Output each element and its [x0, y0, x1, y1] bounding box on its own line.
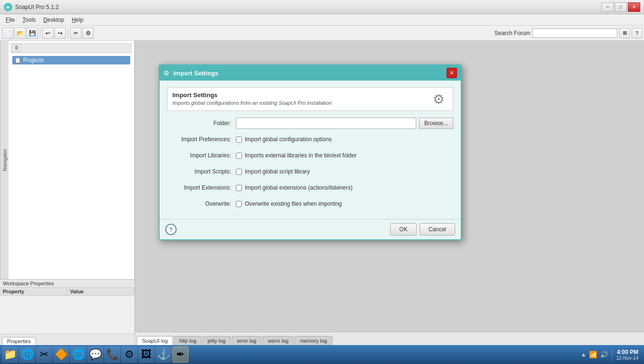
projects-icon: 📋	[14, 57, 21, 64]
clock-time: 4:00 PM	[616, 349, 638, 355]
projects-tree-item[interactable]: 📋 Projects	[12, 56, 130, 64]
taskbar-icon-chrome[interactable]: 🌐	[70, 346, 86, 363]
dialog-overlay: ⚙ Import Settings ✕ Import Settings Impo…	[135, 41, 644, 345]
taskbar-icon-8[interactable]: ✂	[36, 346, 52, 363]
footer-buttons: OK Cancel	[390, 223, 455, 236]
import-libs-checkbox[interactable]	[236, 153, 242, 159]
log-tab-memory[interactable]: memory log	[295, 336, 332, 345]
toolbar-open-btn[interactable]: 📂	[14, 27, 26, 39]
app-icon: ◈	[4, 3, 12, 11]
toolbar-sep-2	[68, 28, 68, 38]
dialog-close-button[interactable]: ✕	[447, 68, 457, 78]
toolbar: 📄 📂 💾 ↩ ↪ ✂ ⚙ Search Forum ⊞ ?	[0, 26, 644, 41]
import-prefs-text: Import global configuration options	[245, 136, 331, 143]
tray-vol[interactable]: 🔊	[600, 351, 608, 358]
taskbar-icon-anchor[interactable]: ⚓	[155, 346, 171, 363]
clock: 4:00 PM 12-Nov-14	[612, 349, 638, 361]
import-prefs-label: Import Preferences:	[167, 136, 236, 143]
search-forum-label: Search Forum	[494, 30, 530, 36]
log-tab-wsrm[interactable]: wsrm log	[262, 336, 294, 345]
taskbar-icon-talk[interactable]: 💬	[87, 346, 103, 363]
toolbar-undo-btn[interactable]: ↩	[42, 27, 54, 39]
toolbar-new-btn[interactable]: 📄	[2, 27, 13, 39]
properties-tab[interactable]: Properties	[2, 337, 36, 345]
taskbar-icon-ie[interactable]: 🌐	[19, 346, 35, 363]
taskbar-icon-vlc[interactable]: 🔶	[53, 346, 69, 363]
tray-arrow[interactable]: ▲	[581, 351, 586, 358]
import-ext-checkbox[interactable]	[236, 185, 242, 191]
dialog-help-button[interactable]: ?	[165, 224, 177, 235]
log-tab-jetty[interactable]: jetty log	[203, 336, 231, 345]
import-libs-label: Import Libraries:	[167, 152, 236, 159]
menu-tools[interactable]: Tools	[18, 16, 39, 24]
import-prefs-control: Import global configuration options	[236, 136, 453, 143]
properties-tab-bar: Properties	[0, 334, 134, 345]
title-bar: ◈ SoapUI Pro 5.1.2 ─ □ ✕	[0, 0, 644, 14]
left-panel: Navigator ☰ 📋 Projects Workspace Propert…	[0, 41, 135, 345]
import-settings-dialog: ⚙ Import Settings ✕ Import Settings Impo…	[159, 64, 462, 240]
menu-bar: File Tools Desktop Help	[0, 14, 644, 26]
import-scripts-control: Import global script library	[236, 168, 453, 175]
browse-button[interactable]: Browse...	[419, 118, 453, 129]
import-scripts-checkbox[interactable]	[236, 169, 242, 175]
import-prefs-checkbox[interactable]	[236, 136, 242, 143]
tree-collapse-btn[interactable]: ☰	[12, 44, 21, 52]
cancel-button[interactable]: Cancel	[420, 223, 455, 236]
tree-toolbar: ☰	[10, 43, 132, 53]
import-ext-label: Import Extensions:	[167, 184, 236, 191]
taskbar-icon-soapui[interactable]: ✒	[172, 346, 188, 363]
title-controls: ─ □ ✕	[601, 2, 640, 12]
import-prefs-row: Import Preferences: Import global config…	[167, 134, 453, 145]
toolbar-redo-btn[interactable]: ↪	[54, 27, 66, 39]
taskbar-icon-gear[interactable]: ⚙	[121, 346, 137, 363]
import-scripts-label: Import Scripts:	[167, 168, 236, 175]
import-scripts-text: Import global script library	[245, 168, 310, 175]
dialog-title: Import Settings	[173, 70, 218, 77]
taskbar: 📁 🌐 ✂ 🔶 🌐 💬 📞 ⚙ 🖼 ⚓ ✒ ▲ 📶 🔊 4:00 PM 12-N…	[0, 345, 644, 364]
menu-help[interactable]: Help	[68, 16, 87, 24]
log-tabs: SoapUI log http log jetty log error log …	[135, 332, 644, 345]
import-libs-row: Import Libraries: Imports external libra…	[167, 150, 453, 161]
ok-button[interactable]: OK	[390, 223, 416, 236]
close-button[interactable]: ✕	[628, 2, 640, 12]
dialog-titlebar: ⚙ Import Settings ✕	[160, 65, 461, 81]
toolbar-save-btn[interactable]: 💾	[27, 27, 38, 39]
folder-input[interactable]	[236, 118, 416, 129]
dialog-header-section: Import Settings Imports global configura…	[167, 87, 453, 111]
overwrite-control: Overwrite existing files when importing	[236, 200, 453, 207]
taskbar-icon-photo[interactable]: 🖼	[138, 346, 154, 363]
toolbar-sep-1	[40, 28, 40, 38]
overwrite-text: Overwrite existing files when importing	[245, 200, 342, 207]
log-tab-http[interactable]: http log	[174, 336, 201, 345]
dialog-footer: ? OK Cancel	[160, 219, 461, 239]
minimize-button[interactable]: ─	[601, 2, 614, 12]
window-title: SoapUI Pro 5.1.2	[15, 4, 59, 10]
sys-tray: ▲ 📶 🔊	[581, 351, 608, 358]
menu-file[interactable]: File	[2, 16, 18, 24]
import-ext-control: Import global extensions (actions/listen…	[236, 184, 453, 191]
toolbar-cut-btn[interactable]: ✂	[70, 27, 81, 39]
import-ext-row: Import Extensions: Import global extensi…	[167, 182, 453, 193]
log-tab-soapui[interactable]: SoapUI log	[137, 336, 173, 345]
projects-label: Projects	[23, 57, 44, 64]
gear-icon: ⚙	[433, 91, 448, 107]
taskbar-icon-folder[interactable]: 📁	[2, 346, 18, 363]
taskbar-icon-skype[interactable]: 📞	[104, 346, 120, 363]
maximize-button[interactable]: □	[615, 2, 627, 12]
main-layout: Navigator ☰ 📋 Projects Workspace Propert…	[0, 41, 644, 345]
help-btn-toolbar[interactable]: ?	[632, 28, 642, 38]
overwrite-checkbox[interactable]	[236, 201, 242, 207]
title-bar-left: ◈ SoapUI Pro 5.1.2	[4, 3, 59, 11]
clock-date: 12-Nov-14	[616, 355, 638, 361]
menu-desktop[interactable]: Desktop	[39, 16, 68, 24]
folder-label: Folder:	[167, 120, 236, 127]
workspace-properties-panel: Workspace Properties Property Value	[0, 279, 134, 334]
props-table-header: Property Value	[0, 288, 134, 296]
search-submit-btn[interactable]: ⊞	[619, 28, 630, 38]
prop-col-value: Value	[67, 288, 134, 295]
search-forum-input[interactable]	[532, 28, 617, 38]
folder-row: Folder: Browse...	[167, 118, 453, 129]
log-tab-error[interactable]: error log	[232, 336, 261, 345]
toolbar-settings-btn[interactable]: ⚙	[82, 27, 94, 39]
dialog-header-desc: Imports global configurations from an ex…	[172, 100, 331, 106]
